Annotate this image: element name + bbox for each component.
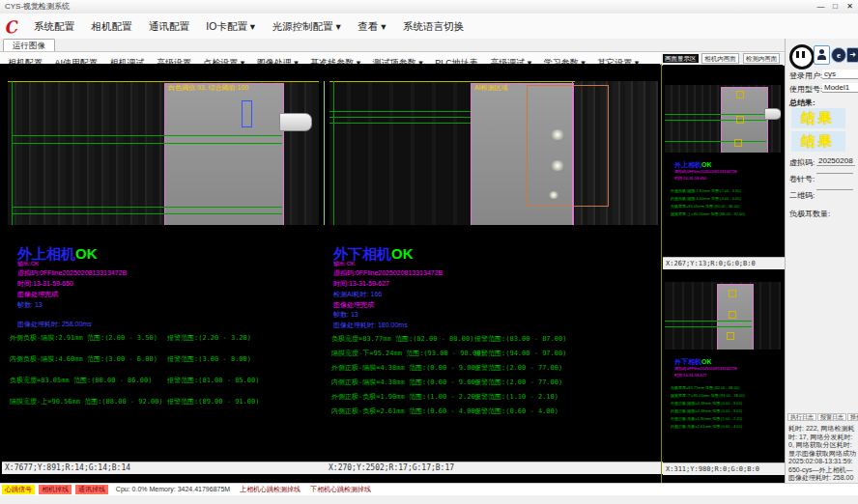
view-divider <box>324 81 325 225</box>
mini-code: 虚拟码:0FFline2025020813313472B <box>674 169 737 174</box>
status-bar: 心跳信号 相机掉线 通讯掉线 Cpu: 0.0% Memory: 3424.41… <box>0 483 858 496</box>
log-e-button[interactable]: e <box>831 47 846 63</box>
mini-row: 负极宽度=83.05mm 范围:(80.00 - 86.00) <box>671 204 739 209</box>
model-value[interactable]: Model1 <box>822 83 858 93</box>
middle-camera-image[interactable]: AI检测区域 <box>329 81 658 225</box>
ai-time-line: 检测AI耗时: 166 <box>333 290 382 299</box>
app-logo-icon: C <box>3 16 22 36</box>
exit-button[interactable]: ➜ <box>846 47 858 63</box>
measurement-value: 隔膜宽度-上=90.56mm 范围:(88.00 - 92.00) <box>10 398 163 406</box>
mini-bottom-view[interactable]: 外下相机OK 虚拟码:0FFline2025020813313472B 时间:1… <box>663 269 783 462</box>
mini-bottom-image <box>665 282 781 350</box>
view-switch-tab-inner-camera[interactable]: 相机内画面 <box>701 53 739 64</box>
user-button[interactable] <box>814 45 830 65</box>
mini-top-coords: X:267;Y:13;R:0;G:0;B:0 <box>663 257 786 269</box>
mini-row: 内侧负极-隔膜:4.60mm 范围:(3.00 - 6.00) <box>671 196 741 201</box>
mini-row: 外侧正极-负极=1.90mm 范围:(1.00 - 2.20) <box>671 416 742 421</box>
tab-run-image[interactable]: 运行图像 <box>3 39 55 51</box>
measure-line <box>329 111 471 112</box>
virtual-code-label: 虚拟码: <box>789 157 815 168</box>
tab-strip: 运行图像 <box>0 39 858 52</box>
measurement-row: 隔膜宽度-下=95.24mm 范围:(93.00 - 98.00) 报警范围:(… <box>331 349 656 358</box>
measurement-row: 外侧负极-隔膜:2.91mm 范围:(2.00 - 3.50) 报警范围:(2.… <box>10 333 325 343</box>
mini-time: 时间:13-31-59-650 <box>674 176 706 181</box>
alarm-range: 报警范围:(89.00 - 91.00) <box>167 397 259 406</box>
alarm-range: 报警范围:(3.00 - 8.00) <box>167 354 251 364</box>
mini-bottom-coords: X:311;Y:980;R:0;G:0;B:0 <box>663 462 786 475</box>
measure-line <box>12 213 282 214</box>
roi-box <box>242 100 252 127</box>
total-result-label: 总结果: <box>789 98 815 108</box>
minimize-button[interactable]: — <box>815 0 827 13</box>
done-line: 图像处理完成 <box>17 290 58 299</box>
measurement-row: 内侧正极-隔膜=4.38mm 范围:(0.00 - 9.00) 报警范围:(2.… <box>331 378 656 387</box>
log-tab-operate[interactable]: 操作日志 <box>847 413 858 421</box>
login-user-value[interactable]: cys <box>822 70 858 79</box>
measurement-row: 外侧正极-隔膜=4.38mm 范围:(0.00 - 9.00) 报警范围:(2.… <box>331 363 656 373</box>
left-camera-image[interactable]: 白色阈值:93, 综合阈值:100 <box>8 81 319 225</box>
log-tab-exec[interactable]: 执行日志 <box>787 413 816 421</box>
alarm-range: 报警范围:(2.20 - 3.20) <box>167 333 251 343</box>
user-icon-body <box>817 55 826 60</box>
done-line: 图像处理完成 <box>333 300 374 310</box>
measurement-value: 内侧正极-隔膜=4.38mm 范围:(0.00 - 9.00) <box>331 378 479 386</box>
alarm-range: 报警范围:(1.10 - 2.10) <box>474 392 558 402</box>
result-box-2: 结果 <box>791 131 845 152</box>
measurement-value: 内侧正极-负极=2.61mm 范围:(0.60 - 4.00) <box>331 407 479 415</box>
measurement-row: 负极宽度=83.05mm 范围:(80.00 - 86.00) 报警范围:(81… <box>10 376 325 385</box>
exit-arrow-icon: ➜ <box>847 48 858 62</box>
frames-line: 帧数: 13 <box>333 310 358 320</box>
virtual-code-value: 20250208 <box>816 156 855 166</box>
cpu-memory-status: Cpu: 0.0% Memory: 3424.41796875M <box>116 484 230 495</box>
upper-camera-warning: 上相机心跳检测掉线 <box>240 484 300 495</box>
camera-status: OK <box>391 245 414 262</box>
view-switch-tab-detect[interactable]: 检测内画面 <box>743 53 781 64</box>
menu-language-switch[interactable]: 系统语言切换 <box>403 14 464 39</box>
calibration-line <box>8 81 319 82</box>
left-camera-view: 白色阈值:93, 综合阈值:100 外上相机OK 输出:OK 虚拟码:0FFli… <box>0 64 325 483</box>
mini-row: 内侧正极-隔膜=4.38mm 范围:(0.00 - 9.00) <box>671 408 742 413</box>
alarm-range: 报警范围:(2.00 - 77.00) <box>474 378 562 387</box>
menu-io-config[interactable]: IO卡配置 ▾ <box>206 14 255 39</box>
measure-line <box>12 135 282 136</box>
alarm-range: 报警范围:(0.60 - 4.00) <box>474 406 558 416</box>
lower-camera-warning: 下相机心跳检测掉线 <box>310 484 371 495</box>
left-edge-line <box>333 81 334 225</box>
output-line: 输出:OK <box>333 260 355 268</box>
close-button[interactable]: ✕ <box>844 0 856 13</box>
log-tab-alarm[interactable]: 报警日志 <box>817 413 846 421</box>
cell-region <box>164 83 284 225</box>
mini-row: 负极宽度=83.77mm 范围:(82.00 - 88.00) <box>671 385 739 390</box>
mini-code: 虚拟码:0FFline2025020813313472B <box>674 366 737 371</box>
measurement-value: 负极宽度=83.05mm 范围:(80.00 - 86.00) <box>10 377 152 384</box>
weld-spot <box>548 191 559 199</box>
time-line: 时间:13-31-59-650 <box>17 279 73 289</box>
menu-camera-config[interactable]: 相机配置 <box>91 14 131 39</box>
mini-row: 外侧负极-隔膜:2.91mm 范围:(2.00 - 3.50) <box>671 188 741 193</box>
camera-status: OK <box>75 245 98 262</box>
menu-system-config[interactable]: 系统配置 <box>34 14 74 39</box>
edge-line <box>572 81 573 225</box>
log-tab-bar: 执行日志报警日志操作日志 <box>787 413 858 422</box>
menu-bar: C 系统配置 相机配置 通讯配置 IO卡配置 ▾ 光源控制配置 ▾ 查看 ▾ 系… <box>0 14 858 40</box>
log-text[interactable]: 耗时: 222, 网络检测耗时: 17, 网络分发耗时: 0, 网络获取分区耗时… <box>788 425 856 490</box>
model-label: 使用型号: <box>789 84 822 95</box>
menu-light-config[interactable]: 光源控制配置 ▾ <box>272 14 341 39</box>
app-window: CYS-视觉检测系统 — □ ✕ C 系统配置 相机配置 通讯配置 IO卡配置 … <box>0 0 858 504</box>
pin-number-value <box>816 173 853 174</box>
left-edge-line <box>12 81 13 225</box>
tab-connector <box>279 113 312 131</box>
virtual-code-line: 虚拟码:0FFline2025020813313472B <box>333 268 443 278</box>
frames-line: 帧数: 13 <box>17 300 43 310</box>
alarm-range: 报警范围:(83.00 - 87.00) <box>474 334 566 344</box>
threshold-overlay-text: 白色阈值:93, 综合阈值:100 <box>168 83 248 93</box>
menu-comm-config[interactable]: 通讯配置 <box>149 14 189 39</box>
middle-camera-view: AI检测区域 外下相机OK 输出:OK 虚拟码:0FFline202502081… <box>326 64 660 483</box>
measurement-row: 隔膜宽度-上=90.56mm 范围:(88.00 - 92.00) 报警范围:(… <box>10 397 325 406</box>
elapsed-line: 图像处理耗时: 180.00ms <box>333 321 408 330</box>
pause-button[interactable] <box>789 44 815 70</box>
measurement-row: 负极宽度=83.77mm 范围:(82.00 - 88.00) 报警范围:(83… <box>331 334 656 344</box>
mini-top-view[interactable]: 外上相机OK 虚拟码:0FFline2025020813313472B 时间:1… <box>663 65 783 257</box>
menu-view[interactable]: 查看 ▾ <box>358 14 386 39</box>
maximize-button[interactable]: □ <box>829 0 842 13</box>
